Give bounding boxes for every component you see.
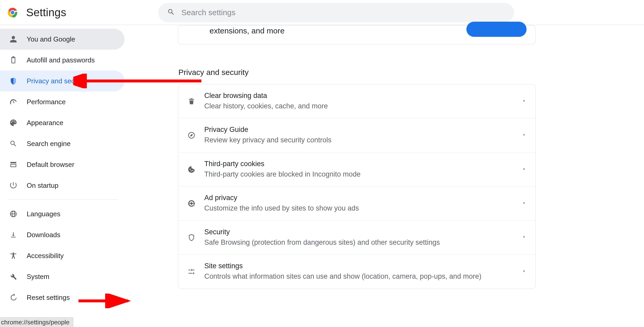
chevron-right-icon <box>522 269 527 274</box>
row-clear-data[interactable]: Clear browsing dataClear history, cookie… <box>178 84 535 118</box>
chevron-right-icon <box>522 235 527 240</box>
row-title: Site settings <box>204 262 514 270</box>
row-title: Security <box>204 228 514 236</box>
row-security[interactable]: SecuritySafe Browsing (protection from d… <box>178 221 535 255</box>
search-settings-container[interactable] <box>158 3 514 22</box>
header-bar: Settings <box>0 0 644 25</box>
sidebar-item-autofill[interactable]: Autofill and passwords <box>0 50 125 71</box>
sidebar-item-you-google[interactable]: You and Google <box>0 29 125 50</box>
sidebar-item-label: Downloads <box>27 231 60 239</box>
ad-target-icon <box>187 199 196 208</box>
globe-icon <box>9 210 17 218</box>
sidebar-divider <box>8 200 118 200</box>
page-title: Settings <box>26 6 66 19</box>
row-title: Privacy Guide <box>204 126 514 134</box>
row-text: Clear browsing dataClear history, cookie… <box>204 92 514 111</box>
chevron-right-icon <box>522 201 527 206</box>
settings-sidebar: You and GoogleAutofill and passwordsPriv… <box>0 25 126 327</box>
sync-card-partial: extensions, and more <box>178 25 536 44</box>
sidebar-item-languages[interactable]: Languages <box>0 203 125 224</box>
row-subtitle: Review key privacy and security controls <box>204 135 492 145</box>
sidebar-item-downloads[interactable]: Downloads <box>0 224 125 245</box>
power-icon <box>9 182 17 189</box>
sidebar-item-label: You and Google <box>27 35 75 43</box>
privacy-card: Clear browsing dataClear history, cookie… <box>178 84 536 289</box>
sidebar-item-label: System <box>27 273 49 281</box>
chevron-right-icon <box>522 167 527 172</box>
sidebar-item-label: Default browser <box>27 161 74 169</box>
sidebar-item-label: Privacy and security <box>27 77 88 85</box>
sidebar-item-reset[interactable]: Reset settings <box>0 287 125 308</box>
cookie-icon <box>187 165 196 174</box>
sidebar-item-privacy[interactable]: Privacy and security <box>0 71 125 91</box>
main-content: extensions, and more Privacy and securit… <box>126 25 644 327</box>
row-subtitle: Third-party cookies are blocked in Incog… <box>204 170 492 179</box>
sidebar-item-appearance[interactable]: Appearance <box>0 112 125 133</box>
row-text: Site settingsControls what information s… <box>204 262 514 281</box>
search-icon <box>167 8 175 17</box>
browser-icon <box>9 161 17 168</box>
download-icon <box>9 231 17 239</box>
row-text: Third-party cookiesThird-party cookies a… <box>204 160 514 179</box>
sidebar-item-default-browser[interactable]: Default browser <box>0 154 125 175</box>
chevron-right-icon <box>522 133 527 138</box>
sliders-icon <box>187 267 196 276</box>
sidebar-item-performance[interactable]: Performance <box>0 91 125 112</box>
person-icon <box>9 35 17 43</box>
row-title: Ad privacy <box>204 194 514 202</box>
clipboard-icon <box>9 56 17 64</box>
speedometer-icon <box>9 98 17 106</box>
row-text: SecuritySafe Browsing (protection from d… <box>204 228 514 247</box>
row-text: Ad privacyCustomize the info used by sit… <box>204 194 514 213</box>
sync-turn-on-button[interactable] <box>466 22 527 37</box>
sidebar-item-label: On startup <box>27 182 58 190</box>
row-subtitle: Customize the info used by sites to show… <box>204 203 492 213</box>
sidebar-item-system[interactable]: System <box>0 266 125 287</box>
row-site-settings[interactable]: Site settingsControls what information s… <box>178 255 535 288</box>
sidebar-item-label: Accessibility <box>27 252 64 260</box>
sidebar-item-on-startup[interactable]: On startup <box>0 175 125 196</box>
compass-icon <box>187 131 196 140</box>
section-heading-privacy: Privacy and security <box>178 68 634 77</box>
accessibility-icon <box>9 252 17 260</box>
row-privacy-guide[interactable]: Privacy GuideReview key privacy and secu… <box>178 118 535 152</box>
shield-icon <box>9 77 17 85</box>
sidebar-item-label: Performance <box>27 98 66 106</box>
row-text: Privacy GuideReview key privacy and secu… <box>204 126 514 145</box>
row-title: Clear browsing data <box>204 92 514 100</box>
palette-icon <box>9 119 17 127</box>
search-settings-input[interactable] <box>181 8 505 17</box>
restore-icon <box>9 294 17 301</box>
status-bar-url: chrome://settings/people <box>0 317 73 327</box>
shield-outline-icon <box>187 233 196 242</box>
row-subtitle: Safe Browsing (protection from dangerous… <box>204 238 492 247</box>
row-title: Third-party cookies <box>204 160 514 168</box>
chevron-right-icon <box>522 99 527 104</box>
wrench-icon <box>9 273 17 281</box>
sidebar-item-label: Autofill and passwords <box>27 56 95 64</box>
sidebar-item-label: Languages <box>27 210 60 218</box>
row-ad-privacy[interactable]: Ad privacyCustomize the info used by sit… <box>178 186 535 220</box>
chrome-logo-icon <box>7 7 18 18</box>
row-third-party-cookies[interactable]: Third-party cookiesThird-party cookies a… <box>178 153 535 186</box>
row-subtitle: Controls what information sites can use … <box>204 272 492 281</box>
row-subtitle: Clear history, cookies, cache, and more <box>204 101 492 111</box>
sidebar-item-search-engine[interactable]: Search engine <box>0 133 125 154</box>
search-icon <box>9 140 17 148</box>
sidebar-item-label: Search engine <box>27 140 71 148</box>
sidebar-item-label: Reset settings <box>27 294 70 302</box>
trash-icon <box>187 97 196 106</box>
sidebar-item-label: Appearance <box>27 119 63 127</box>
sidebar-item-accessibility[interactable]: Accessibility <box>0 245 125 266</box>
